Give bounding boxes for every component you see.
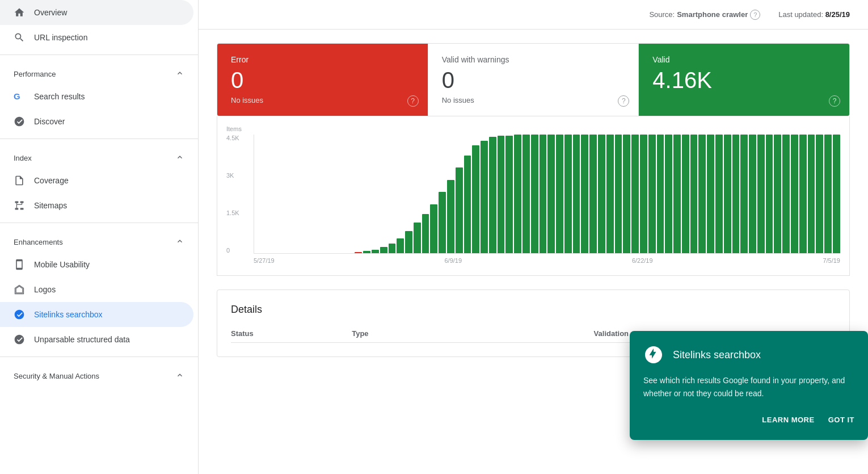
card-warning-help[interactable]: ? bbox=[618, 95, 629, 107]
chart-bar bbox=[791, 135, 798, 253]
y-label-1: 3K bbox=[226, 172, 249, 179]
sidebar-item-sitelinks-searchbox[interactable]: Sitelinks searchbox bbox=[0, 302, 193, 327]
card-valid: Valid 4.16K ? bbox=[639, 44, 849, 116]
chart-bar bbox=[355, 252, 362, 253]
learn-more-button[interactable]: LEARN MORE bbox=[762, 413, 814, 426]
chart-bar bbox=[631, 135, 639, 253]
sidebar-item-discover[interactable]: Discover bbox=[0, 109, 193, 134]
x-label-1: 6/9/19 bbox=[445, 257, 462, 271]
source-value: Smartphone crawler bbox=[677, 10, 748, 19]
sidebar-item-unparsable[interactable]: Unparsable structured data bbox=[0, 327, 193, 352]
sidebar-label-unparsable: Unparsable structured data bbox=[34, 335, 130, 344]
sidebar: Overview URL inspection Performance G Se… bbox=[0, 0, 199, 474]
chart-bar bbox=[556, 135, 563, 253]
unparsable-icon bbox=[14, 334, 25, 345]
sidebar-item-coverage[interactable]: Coverage bbox=[0, 168, 193, 193]
index-chevron bbox=[175, 153, 184, 163]
y-label-0: 4.5K bbox=[226, 135, 249, 141]
logos-icon bbox=[14, 284, 25, 295]
chart-bar bbox=[657, 135, 664, 253]
svg-rect-4 bbox=[20, 208, 24, 209]
tooltip-title: Sitelinks searchbox bbox=[673, 349, 761, 361]
chart-bar bbox=[564, 135, 572, 253]
chart-y-labels: 4.5K 3K 1.5K 0 bbox=[226, 135, 249, 254]
chart-bar bbox=[414, 223, 421, 253]
chart-bar bbox=[456, 167, 463, 253]
chart-bar bbox=[422, 214, 429, 253]
sidebar-item-overview[interactable]: Overview bbox=[0, 0, 193, 25]
chart-bar bbox=[581, 135, 588, 253]
card-warning-value: 0 bbox=[442, 69, 625, 91]
card-warning: Valid with warnings 0 No issues ? bbox=[428, 44, 639, 116]
card-warning-label: Valid with warnings bbox=[442, 55, 625, 64]
index-section-label: Index bbox=[14, 154, 32, 162]
x-label-0: 5/27/19 bbox=[254, 257, 275, 271]
got-it-button[interactable]: GOT IT bbox=[828, 413, 854, 426]
chart-bar bbox=[715, 135, 723, 253]
chart-bar bbox=[489, 137, 496, 253]
chart-bar bbox=[673, 135, 681, 253]
sidebar-label-search-results: Search results bbox=[34, 92, 85, 101]
security-section-header[interactable]: Security & Manual Actions bbox=[0, 362, 198, 386]
chart-bar bbox=[498, 136, 505, 253]
card-warning-subtext: No issues bbox=[442, 96, 625, 104]
chart-x-labels: 5/27/19 6/9/19 6/22/19 7/5/19 bbox=[254, 257, 840, 271]
chart-bar bbox=[640, 135, 647, 253]
sidebar-label-discover: Discover bbox=[34, 117, 65, 126]
chart-bar bbox=[405, 231, 412, 253]
details-title: Details bbox=[231, 304, 836, 316]
sidebar-item-sitemaps[interactable]: Sitemaps bbox=[0, 193, 193, 218]
chart-bar bbox=[732, 135, 740, 253]
sitelinks-icon bbox=[14, 309, 25, 320]
chart-bar bbox=[833, 135, 840, 253]
last-updated-value: 8/25/19 bbox=[825, 10, 850, 19]
chart-bar bbox=[505, 136, 513, 253]
performance-chevron bbox=[175, 69, 184, 79]
chart-bar bbox=[430, 204, 437, 253]
source-label: Source: bbox=[649, 10, 675, 19]
chart-bar bbox=[766, 135, 773, 253]
y-label-3: 0 bbox=[226, 247, 249, 254]
chart-bar bbox=[514, 135, 521, 253]
chart-bar bbox=[740, 135, 748, 253]
chart-bar bbox=[531, 135, 538, 253]
chart-bar bbox=[615, 135, 622, 253]
chart-bar bbox=[447, 180, 454, 253]
card-valid-help[interactable]: ? bbox=[829, 95, 840, 107]
chart-bar bbox=[540, 135, 547, 253]
last-updated: Last updated: 8/25/19 bbox=[778, 10, 850, 19]
sidebar-item-url-inspection[interactable]: URL inspection bbox=[0, 25, 193, 50]
enhancements-chevron bbox=[175, 237, 184, 248]
chart-items-label: Items bbox=[226, 125, 840, 132]
chart-bar bbox=[389, 244, 396, 253]
x-label-2: 6/22/19 bbox=[632, 257, 653, 271]
chart-bar bbox=[707, 135, 714, 253]
sidebar-item-search-results[interactable]: G Search results bbox=[0, 84, 193, 109]
divider-3 bbox=[0, 223, 198, 223]
chart-bar bbox=[623, 135, 630, 253]
content-area: Error 0 No issues ? Valid with warnings … bbox=[199, 30, 868, 474]
chart-bar bbox=[573, 135, 580, 253]
sitemaps-icon bbox=[14, 200, 25, 211]
chart-bar bbox=[665, 135, 672, 253]
card-valid-value: 4.16K bbox=[652, 69, 836, 91]
sidebar-item-mobile-usability[interactable]: Mobile Usability bbox=[0, 252, 193, 277]
sidebar-label-url-inspection: URL inspection bbox=[34, 33, 87, 42]
enhancements-section-header[interactable]: Enhancements bbox=[0, 228, 198, 252]
divider-2 bbox=[0, 139, 198, 139]
sidebar-item-logos[interactable]: Logos bbox=[0, 277, 193, 302]
mobile-icon bbox=[14, 259, 25, 270]
source-help-icon[interactable]: ? bbox=[750, 10, 760, 20]
discover-icon bbox=[14, 116, 25, 127]
sidebar-label-mobile-usability: Mobile Usability bbox=[34, 260, 90, 269]
sidebar-label-coverage: Coverage bbox=[34, 176, 69, 185]
chart-bar bbox=[439, 192, 446, 253]
last-updated-label: Last updated: bbox=[778, 10, 823, 19]
svg-rect-1 bbox=[15, 202, 19, 203]
card-error-help[interactable]: ? bbox=[407, 95, 419, 107]
chart-bar bbox=[363, 251, 370, 253]
google-icon: G bbox=[14, 91, 25, 102]
index-section-header[interactable]: Index bbox=[0, 144, 198, 168]
performance-section-header[interactable]: Performance bbox=[0, 60, 198, 84]
divider-4 bbox=[0, 356, 198, 357]
